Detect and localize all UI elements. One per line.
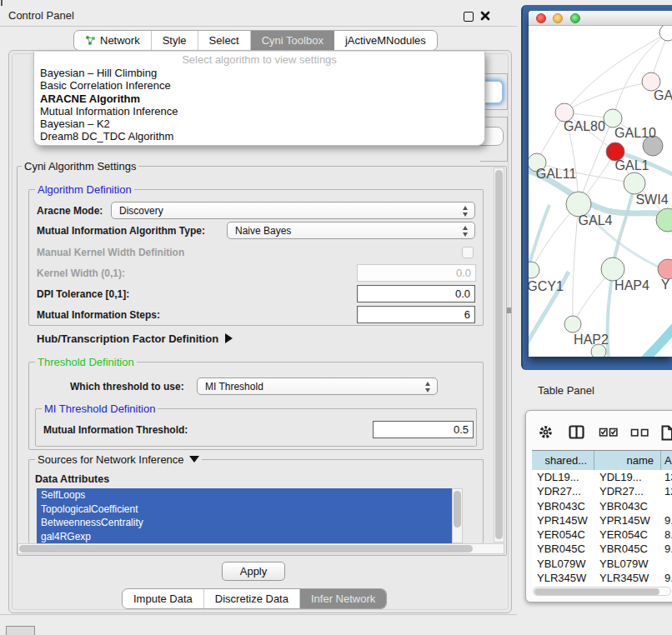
- algorithm-dropdown-list: Bayesian – Hill ClimbingBasic Correlatio…: [34, 67, 484, 143]
- network-node-gal10[interactable]: [604, 109, 622, 128]
- document-icon[interactable]: [661, 425, 672, 441]
- kernel-width-input[interactable]: 0.0: [357, 264, 476, 282]
- table-cell: YLR345W: [594, 571, 661, 585]
- combo-spinner-icon: [425, 382, 431, 392]
- dpi-tolerance-label: DPI Tolerance [0,1]:: [37, 288, 129, 300]
- network-window-titlebar[interactable]: [529, 11, 672, 26]
- algorithm-option[interactable]: Dream8 DC_TDC Algorithm: [34, 130, 484, 142]
- tab-label: Select: [209, 34, 239, 47]
- tab-infer-network[interactable]: Infer Network: [300, 589, 386, 608]
- table-horizontal-scrollbar-thumb[interactable]: [534, 588, 659, 595]
- algorithm-option[interactable]: Mutual Information Inference: [34, 105, 484, 118]
- split-columns-icon[interactable]: [569, 425, 584, 439]
- tab-impute-data[interactable]: Impute Data: [123, 589, 204, 608]
- network-node-y[interactable]: [658, 259, 672, 279]
- algorithm-definition-title: Algorithm Definition: [35, 183, 134, 196]
- table-cell: YDL19...: [594, 470, 661, 484]
- node-label: GAL80: [564, 119, 605, 133]
- splitter-handle[interactable]: [507, 308, 511, 313]
- mi-steps-label: Mutual Information Steps:: [37, 309, 160, 321]
- select-all-checkboxes-icon[interactable]: [599, 425, 619, 439]
- attributes-scrollbar-thumb[interactable]: [454, 491, 461, 528]
- which-threshold-combobox[interactable]: MI Threshold: [197, 378, 438, 395]
- table-cell: YDR27...: [532, 484, 594, 498]
- algorithm-option[interactable]: Basic Correlation Inference: [34, 79, 484, 92]
- sources-title-label: Sources for Network Inference: [38, 453, 184, 466]
- attribute-item-selected[interactable]: BetweennessCentrality: [37, 516, 452, 530]
- table-cell: YLR345W: [532, 571, 594, 585]
- mi-steps-input[interactable]: 6: [357, 306, 475, 323]
- table-row[interactable]: YDR27...YDR27...12: [532, 484, 672, 498]
- table-header-row: shared...nameA: [532, 450, 672, 471]
- attribute-item-selected[interactable]: TopologicalCoefficient: [37, 502, 452, 517]
- combo-spinner-icon: [463, 206, 469, 217]
- network-node[interactable]: [659, 26, 672, 41]
- network-node-hap4[interactable]: [601, 258, 624, 281]
- mi-threshold-label: Mutual Information Threshold:: [43, 424, 188, 436]
- table-row[interactable]: YBL079WYBL079W: [532, 557, 672, 571]
- control-panel-tabbar: NetworkStyleSelectCyni ToolboxjActiveMNo…: [73, 30, 438, 51]
- table-column-header[interactable]: shared...: [532, 451, 594, 470]
- aracne-mode-combobox[interactable]: Discovery: [111, 202, 475, 219]
- network-canvas[interactable]: GALGAL80GAL10GAL11GAL1GAL4SWI4GCY1HAP4YH…: [529, 26, 672, 357]
- tab-discretize-data[interactable]: Discretize Data: [204, 589, 300, 608]
- network-node-gal1[interactable]: [624, 172, 645, 194]
- sources-toggle[interactable]: Sources for Network Inference: [35, 453, 202, 466]
- manual-kernel-checkbox[interactable]: [462, 247, 474, 258]
- mi-type-combobox[interactable]: Naive Bayes: [227, 222, 475, 239]
- table-column-header[interactable]: A: [661, 451, 672, 470]
- table-cell: YBR045C: [532, 542, 594, 556]
- algorithm-option[interactable]: Bayesian – K2: [34, 118, 484, 130]
- settings-vertical-scrollbar-thumb[interactable]: [495, 170, 503, 539]
- table-row[interactable]: YBR043CYBR043C: [532, 499, 672, 513]
- network-node-gcy1[interactable]: [529, 262, 539, 278]
- table-cell: YBL079W: [532, 557, 594, 571]
- table-cell: YBR045C: [594, 542, 661, 556]
- tab-cyni-toolbox[interactable]: Cyni Toolbox: [251, 31, 334, 50]
- algorithm-dropdown-placeholder: Select algorithm to view settings: [34, 53, 484, 67]
- settings-horizontal-scrollbar-thumb[interactable]: [19, 545, 473, 552]
- table-column-header[interactable]: name: [594, 451, 661, 470]
- tab-network[interactable]: Network: [74, 31, 152, 50]
- zoom-traffic-light[interactable]: [570, 13, 580, 23]
- close-traffic-light[interactable]: [536, 13, 546, 23]
- dpi-tolerance-input[interactable]: 0.0: [357, 285, 475, 302]
- mi-type-value: Naive Bayes: [235, 225, 291, 237]
- hub-definition-toggle[interactable]: Hub/Transcription Factor Definition: [37, 332, 233, 345]
- mi-threshold-input[interactable]: 0.5: [373, 421, 474, 438]
- float-window-icon[interactable]: [464, 12, 474, 22]
- table-row[interactable]: YBR045CYBR045C9.: [532, 542, 672, 556]
- data-attributes-list[interactable]: SelfLoopsTopologicalCoefficientBetweenne…: [37, 488, 452, 543]
- expand-arrow-icon: [225, 333, 233, 343]
- tab-label: Cyni Toolbox: [262, 34, 323, 47]
- apply-button[interactable]: Apply: [222, 562, 285, 581]
- tab-select[interactable]: Select: [198, 31, 251, 50]
- tab-jactivemnodules[interactable]: jActiveMNodules: [334, 31, 437, 50]
- tab-label: Impute Data: [133, 592, 193, 605]
- table-row[interactable]: YPR145WYPR145W9.: [532, 513, 672, 528]
- tab-label: Style: [163, 34, 187, 47]
- table-cell: YDR27...: [594, 484, 661, 498]
- table-row[interactable]: YLR345WYLR345W9.: [532, 571, 672, 585]
- algorithm-dropdown-popup: Select algorithm to view settings Bayesi…: [33, 52, 485, 146]
- node-label: HAP4: [614, 278, 649, 292]
- network-node-hap2[interactable]: [564, 316, 581, 332]
- tab-style[interactable]: Style: [152, 31, 198, 50]
- network-graph: GALGAL80GAL10GAL11GAL1GAL4SWI4GCY1HAP4YH…: [529, 26, 672, 357]
- gear-icon[interactable]: [539, 425, 553, 439]
- table-row[interactable]: YDL19...YDL19...13: [532, 470, 672, 484]
- table-row[interactable]: YER054CYER054C8.: [532, 528, 672, 542]
- collapse-arrow-icon: [189, 456, 199, 462]
- algorithm-option[interactable]: Bayesian – Hill Climbing: [34, 67, 484, 79]
- attribute-item-selected[interactable]: gal4RGexp: [37, 530, 452, 544]
- algorithm-option[interactable]: ARACNE Algorithm: [34, 92, 484, 105]
- table-panel-title: Table Panel: [538, 384, 594, 397]
- deselect-all-checkboxes-icon[interactable]: [630, 425, 649, 439]
- combo-spinner-icon: [463, 226, 469, 237]
- node-label: GAL10: [614, 126, 656, 140]
- minimize-traffic-light[interactable]: [553, 13, 563, 23]
- mi-type-label: Mutual Information Algorithm Type:: [37, 225, 205, 237]
- cyni-mode-tabbar: Impute DataDiscretize DataInfer Network: [122, 588, 387, 609]
- close-icon[interactable]: [480, 11, 490, 21]
- attribute-item-selected[interactable]: SelfLoops: [37, 488, 452, 502]
